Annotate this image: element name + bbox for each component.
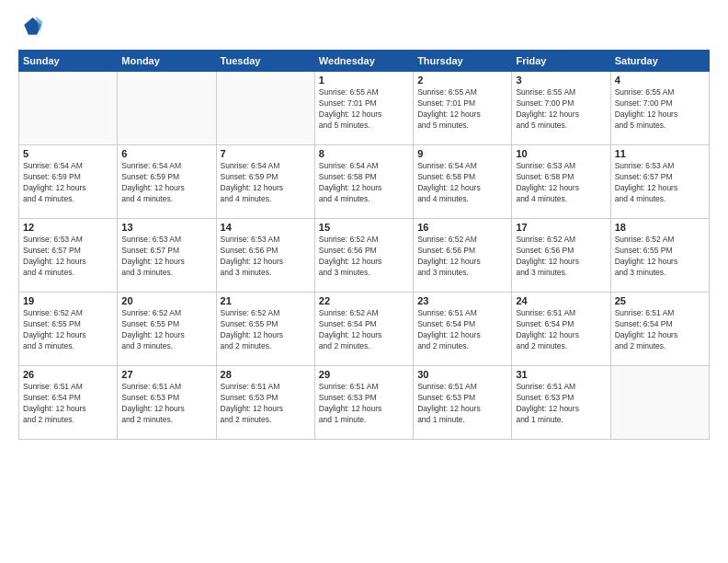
day-number: 14 [221,222,311,233]
logo [18,15,48,40]
day-number: 12 [23,222,113,233]
day-info: Sunrise: 6:51 AM Sunset: 6:53 PM Dayligh… [319,382,409,426]
calendar-cell: 25Sunrise: 6:51 AM Sunset: 6:54 PM Dayli… [610,293,709,366]
weekday-header-friday: Friday [512,51,610,72]
day-number: 24 [516,295,606,306]
day-number: 21 [221,295,311,306]
day-info: Sunrise: 6:55 AM Sunset: 7:00 PM Dayligh… [615,87,705,132]
header [18,15,710,40]
day-number: 31 [516,369,606,380]
day-info: Sunrise: 6:51 AM Sunset: 6:54 PM Dayligh… [417,308,507,352]
day-info: Sunrise: 6:54 AM Sunset: 6:58 PM Dayligh… [319,161,409,205]
day-info: Sunrise: 6:51 AM Sunset: 6:54 PM Dayligh… [615,308,705,352]
day-info: Sunrise: 6:53 AM Sunset: 6:56 PM Dayligh… [221,235,311,279]
day-info: Sunrise: 6:52 AM Sunset: 6:54 PM Dayligh… [319,308,409,352]
day-number: 5 [23,148,113,159]
calendar-cell: 20Sunrise: 6:52 AM Sunset: 6:55 PM Dayli… [118,293,216,366]
day-number: 17 [516,222,606,233]
day-info: Sunrise: 6:55 AM Sunset: 7:01 PM Dayligh… [319,87,409,132]
calendar-cell: 26Sunrise: 6:51 AM Sunset: 6:54 PM Dayli… [19,366,118,440]
calendar-cell: 3Sunrise: 6:55 AM Sunset: 7:00 PM Daylig… [512,72,610,145]
day-info: Sunrise: 6:51 AM Sunset: 6:53 PM Dayligh… [417,382,507,426]
calendar-cell: 31Sunrise: 6:51 AM Sunset: 6:53 PM Dayli… [512,366,610,440]
day-number: 20 [121,295,211,306]
calendar-cell: 24Sunrise: 6:51 AM Sunset: 6:54 PM Dayli… [512,293,610,366]
day-info: Sunrise: 6:51 AM Sunset: 6:53 PM Dayligh… [516,382,606,426]
calendar-cell [216,72,314,145]
weekday-header-thursday: Thursday [414,51,512,72]
day-info: Sunrise: 6:55 AM Sunset: 7:01 PM Dayligh… [417,87,507,132]
calendar-cell: 17Sunrise: 6:52 AM Sunset: 6:56 PM Dayli… [512,219,610,293]
calendar-cell: 13Sunrise: 6:53 AM Sunset: 6:57 PM Dayli… [118,219,216,293]
calendar-cell [118,72,216,145]
calendar-cell: 14Sunrise: 6:53 AM Sunset: 6:56 PM Dayli… [216,219,314,293]
calendar: SundayMondayTuesdayWednesdayThursdayFrid… [18,50,710,440]
day-number: 23 [417,295,507,306]
day-info: Sunrise: 6:54 AM Sunset: 6:59 PM Dayligh… [221,161,311,205]
calendar-cell: 27Sunrise: 6:51 AM Sunset: 6:53 PM Dayli… [118,366,216,440]
day-number: 26 [23,369,113,380]
day-info: Sunrise: 6:53 AM Sunset: 6:58 PM Dayligh… [516,161,606,205]
day-info: Sunrise: 6:52 AM Sunset: 6:55 PM Dayligh… [221,308,311,352]
calendar-cell: 28Sunrise: 6:51 AM Sunset: 6:53 PM Dayli… [216,366,314,440]
day-info: Sunrise: 6:52 AM Sunset: 6:56 PM Dayligh… [319,235,409,279]
calendar-cell: 12Sunrise: 6:53 AM Sunset: 6:57 PM Dayli… [19,219,118,293]
day-info: Sunrise: 6:51 AM Sunset: 6:54 PM Dayligh… [516,308,606,352]
calendar-cell: 9Sunrise: 6:54 AM Sunset: 6:58 PM Daylig… [414,145,512,219]
day-info: Sunrise: 6:52 AM Sunset: 6:55 PM Dayligh… [23,308,113,352]
calendar-cell: 23Sunrise: 6:51 AM Sunset: 6:54 PM Dayli… [414,293,512,366]
day-number: 30 [417,369,507,380]
calendar-cell: 4Sunrise: 6:55 AM Sunset: 7:00 PM Daylig… [610,72,709,145]
day-info: Sunrise: 6:52 AM Sunset: 6:56 PM Dayligh… [516,235,606,279]
day-number: 3 [516,75,606,86]
calendar-cell: 6Sunrise: 6:54 AM Sunset: 6:59 PM Daylig… [118,145,216,219]
week-row-3: 12Sunrise: 6:53 AM Sunset: 6:57 PM Dayli… [19,219,710,293]
day-number: 28 [221,369,311,380]
day-number: 4 [615,75,705,86]
day-info: Sunrise: 6:54 AM Sunset: 6:59 PM Dayligh… [121,161,211,205]
day-number: 29 [319,369,409,380]
calendar-cell: 5Sunrise: 6:54 AM Sunset: 6:59 PM Daylig… [19,145,118,219]
day-number: 19 [23,295,113,306]
calendar-cell: 18Sunrise: 6:52 AM Sunset: 6:55 PM Dayli… [610,219,709,293]
day-number: 11 [615,148,705,159]
day-number: 8 [319,148,409,159]
calendar-cell: 11Sunrise: 6:53 AM Sunset: 6:57 PM Dayli… [610,145,709,219]
calendar-cell: 30Sunrise: 6:51 AM Sunset: 6:53 PM Dayli… [414,366,512,440]
day-number: 16 [417,222,507,233]
day-number: 2 [417,75,507,86]
weekday-header-monday: Monday [118,51,216,72]
calendar-cell: 8Sunrise: 6:54 AM Sunset: 6:58 PM Daylig… [314,145,413,219]
day-info: Sunrise: 6:53 AM Sunset: 6:57 PM Dayligh… [615,161,705,205]
logo-icon [18,15,44,40]
day-number: 22 [319,295,409,306]
day-info: Sunrise: 6:53 AM Sunset: 6:57 PM Dayligh… [23,235,113,279]
day-info: Sunrise: 6:51 AM Sunset: 6:53 PM Dayligh… [221,382,311,426]
day-number: 15 [319,222,409,233]
calendar-cell: 16Sunrise: 6:52 AM Sunset: 6:56 PM Dayli… [414,219,512,293]
day-info: Sunrise: 6:51 AM Sunset: 6:53 PM Dayligh… [121,382,211,426]
calendar-cell: 2Sunrise: 6:55 AM Sunset: 7:01 PM Daylig… [414,72,512,145]
calendar-cell [19,72,118,145]
calendar-cell: 1Sunrise: 6:55 AM Sunset: 7:01 PM Daylig… [314,72,413,145]
calendar-cell: 22Sunrise: 6:52 AM Sunset: 6:54 PM Dayli… [314,293,413,366]
day-number: 1 [319,75,409,86]
weekday-header-saturday: Saturday [610,51,709,72]
day-number: 13 [121,222,211,233]
week-row-2: 5Sunrise: 6:54 AM Sunset: 6:59 PM Daylig… [19,145,710,219]
weekday-header-wednesday: Wednesday [314,51,413,72]
day-info: Sunrise: 6:52 AM Sunset: 6:56 PM Dayligh… [417,235,507,279]
week-row-4: 19Sunrise: 6:52 AM Sunset: 6:55 PM Dayli… [19,293,710,366]
calendar-cell: 29Sunrise: 6:51 AM Sunset: 6:53 PM Dayli… [314,366,413,440]
week-row-1: 1Sunrise: 6:55 AM Sunset: 7:01 PM Daylig… [19,72,710,145]
weekday-header-sunday: Sunday [19,51,118,72]
calendar-cell: 21Sunrise: 6:52 AM Sunset: 6:55 PM Dayli… [216,293,314,366]
calendar-cell: 15Sunrise: 6:52 AM Sunset: 6:56 PM Dayli… [314,219,413,293]
weekday-header-tuesday: Tuesday [216,51,314,72]
weekday-row: SundayMondayTuesdayWednesdayThursdayFrid… [19,51,710,72]
calendar-cell [610,366,709,440]
day-number: 7 [221,148,311,159]
day-info: Sunrise: 6:54 AM Sunset: 6:59 PM Dayligh… [23,161,113,205]
day-info: Sunrise: 6:53 AM Sunset: 6:57 PM Dayligh… [121,235,211,279]
day-info: Sunrise: 6:51 AM Sunset: 6:54 PM Dayligh… [23,382,113,426]
